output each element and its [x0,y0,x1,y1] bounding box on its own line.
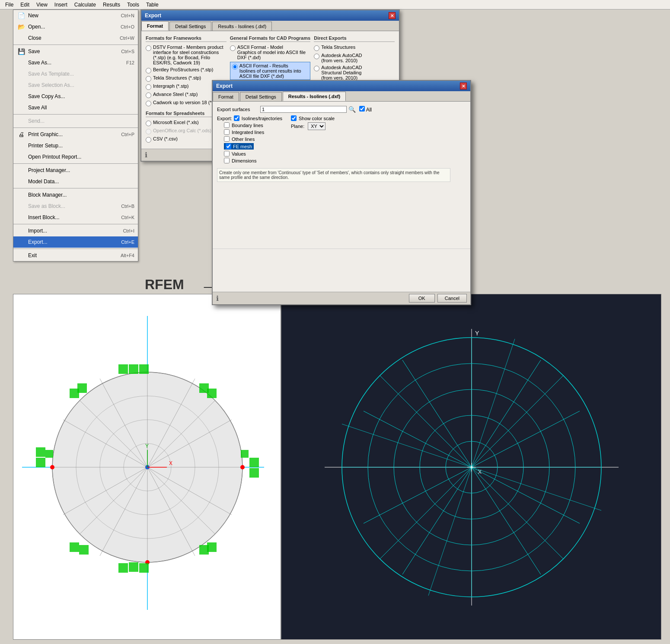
block-manager-icon [17,191,26,199]
export-surfaces-input[interactable] [260,106,347,113]
isolines-group: Export: Isolines/trajectories Boundary l… [217,115,282,165]
isolines-checkbox[interactable] [234,115,239,121]
cad-option-1: ASCII Format - ResultsIsolines of curren… [230,62,311,80]
plane-select[interactable]: XY XZ YZ [308,122,325,130]
all-checkbox[interactable] [359,106,365,112]
menu-insert[interactable]: Insert [51,1,71,9]
direct-option-1: Autodesk AutoCAD(from vers. 2010) [314,53,395,63]
direct-radio-1[interactable] [314,54,319,59]
svg-text:X: X [169,460,172,466]
dialog-2-buttons: OK Cancel [409,294,467,303]
show-color-scale-label: Show color scale [299,116,335,121]
tab-format-1[interactable]: Format [141,21,169,31]
ok-button[interactable]: OK [409,294,435,303]
menu-item-open-printout[interactable]: Open Printout Report... [13,151,138,163]
dimensions-checkbox[interactable] [224,158,230,163]
menu-item-project-manager[interactable]: Project Manager... [13,165,138,176]
separator-5 [13,188,138,188]
save-selection-icon [17,81,26,89]
dialog-1-close-button[interactable]: ✕ [389,12,396,19]
menu-item-new[interactable]: 📄 New Ctrl+N [13,10,138,21]
menu-item-print-graphic[interactable]: 🖨 Print Graphic... Ctrl+P [13,129,138,140]
tab-results-isolines-1[interactable]: Results - Isolines (.dxf) [212,22,272,31]
values-row: Values [224,151,282,156]
menu-view[interactable]: View [33,1,51,9]
new-icon: 📄 [17,11,26,20]
menu-tools[interactable]: Tools [124,1,143,9]
menu-item-save-copy[interactable]: Save Copy As... [13,91,138,102]
framework-option-0: DSTV Format - Members product interface … [146,45,227,65]
cancel-button[interactable]: Cancel [437,294,467,303]
svg-rect-50 [45,450,53,458]
fe-mesh-label: FE mesh [224,143,254,150]
framework-radio-5[interactable] [146,101,151,106]
other-lines-checkbox[interactable] [224,136,230,142]
svg-rect-48 [139,563,149,573]
isolines-label: Isolines/trajectories [242,116,282,121]
framework-radio-4[interactable] [146,92,151,98]
framework-radio-1[interactable] [146,68,151,73]
tab-results-isolines-2[interactable]: Results - Isolines (.dxf) [283,92,346,101]
separator-1 [13,45,138,45]
boundary-lines-row: Boundary lines [224,122,282,128]
fe-mesh-checkbox[interactable] [226,143,231,149]
menu-item-open[interactable]: 📂 Open... Ctrl+O [13,21,138,32]
pick-button[interactable]: 🔍 [348,106,356,113]
cad-radio-1[interactable] [232,64,238,70]
close-file-icon [17,34,26,42]
spreadsheet-radio-1[interactable] [146,129,151,134]
direct-option-2: Autodesk AutoCADStructural Detailing(fro… [314,65,395,80]
rfem-label: RFEM [145,277,184,293]
menu-calculate[interactable]: Calculate [71,1,99,9]
framework-radio-0[interactable] [146,45,151,51]
menu-table[interactable]: Table [143,1,162,9]
menu-item-saveas[interactable]: Save As... F12 [13,57,138,68]
svg-rect-34 [139,364,149,374]
menu-results[interactable]: Results [99,1,124,9]
separator-4 [13,163,138,164]
rfem-mesh-svg: X Y [13,294,281,640]
dialog-2-close-button[interactable]: ✕ [460,83,467,89]
direct-radio-2[interactable] [314,66,319,71]
boundary-lines-checkbox[interactable] [224,122,230,128]
svg-rect-36 [36,447,45,457]
menu-bar: File Edit View Insert Calculate Results … [0,0,670,10]
dialog-2-content: Export surfaces 🔍 All Export: Isolines/t… [213,102,470,249]
menu-edit[interactable]: Edit [17,1,33,9]
other-lines-row: Other lines [224,136,282,142]
show-color-scale-checkbox[interactable] [291,115,297,121]
separator-7 [13,249,138,249]
show-color-scale-row: Show color scale [291,115,335,121]
spreadsheet-radio-0[interactable] [146,121,151,126]
menu-item-close[interactable]: Close Ctrl+W [13,32,138,44]
menu-item-export[interactable]: Export... Ctrl+E [13,236,138,248]
export-surfaces-row: Export surfaces 🔍 All [217,106,466,113]
menu-item-block-manager[interactable]: Block Manager... [13,189,138,201]
saveas-template-icon [17,70,26,78]
menu-file[interactable]: File [2,1,17,9]
menu-item-save-all[interactable]: Save All [13,102,138,113]
saveas-icon [17,58,26,67]
dialog-1-title: Export [145,13,161,19]
svg-text:Y: Y [475,330,479,337]
values-checkbox[interactable] [224,151,230,156]
svg-rect-40 [79,545,89,555]
printout-icon [17,153,26,161]
menu-item-import[interactable]: Import... Ctrl+I [13,225,138,236]
menu-item-printer-setup[interactable]: Printer Setup... [13,140,138,151]
menu-item-save[interactable]: 💾 Save Ctrl+S [13,46,138,57]
menu-item-insert-block[interactable]: Insert Block... Ctrl+K [13,212,138,223]
direct-radio-0[interactable] [314,45,319,51]
cad-radio-0[interactable] [230,45,236,51]
menu-item-save-as-block: Save as Block... Ctrl+B [13,201,138,212]
menu-item-model-data[interactable]: Model Data... [13,176,138,187]
integrated-lines-checkbox[interactable] [224,129,230,135]
save-block-icon [17,202,26,210]
tab-format-2[interactable]: Format [213,92,239,101]
spreadsheet-radio-2[interactable] [146,137,151,143]
tab-detail-settings-1[interactable]: Detail Settings [169,22,211,31]
framework-radio-2[interactable] [146,76,151,82]
tab-detail-settings-2[interactable]: Detail Settings [240,92,282,101]
menu-item-exit[interactable]: Exit Alt+F4 [13,250,138,261]
framework-radio-3[interactable] [146,84,151,90]
